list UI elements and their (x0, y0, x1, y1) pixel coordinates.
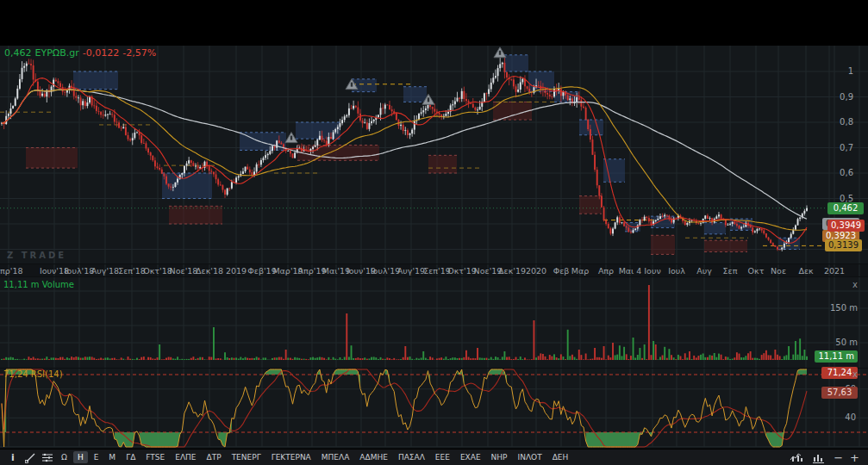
time-tick-label: Δεκ'19 (498, 266, 526, 276)
symbol-price-header: 0,462ΕΥΡΩΒ.gr-0,0122-2,57% (4, 47, 159, 59)
ticker-button-Μ[interactable]: Μ (104, 451, 120, 463)
volume-tick-label: 50 m (835, 338, 858, 347)
ticker-button-FTSE[interactable]: FTSE (141, 451, 169, 463)
ticker-button-ΕΛΠΕ[interactable]: ΕΛΠΕ (171, 451, 200, 463)
draw-line-icon[interactable] (22, 451, 38, 464)
time-tick-label: Σεπ'19 (423, 266, 451, 276)
zoom-in-button[interactable]: + (850, 452, 859, 463)
price-tick-label: 0,6 (840, 168, 853, 177)
ticker-button-ΙΝΛΟΤ[interactable]: ΙΝΛΟΤ (514, 451, 546, 463)
ticker-button-ΕΕΕ[interactable]: ΕΕΕ (431, 451, 454, 463)
ticker-button-ΝΗΡ[interactable]: ΝΗΡ (487, 451, 512, 463)
ticker-button-Ε[interactable]: Ε (90, 451, 103, 463)
price-tick-label: 0,9 (840, 92, 853, 102)
time-tick-label: 2020 (526, 266, 546, 276)
symbol-name: ΕΥΡΩΒ.gr (35, 47, 79, 59)
volume-tick-label: 150 m (830, 303, 858, 313)
watermark: Z TRADE (7, 251, 66, 260)
price-tick-label: 0,5 (840, 194, 853, 203)
ticker-button-ΔΤΡ[interactable]: ΔΤΡ (203, 451, 226, 463)
time-tick-label: Φεβ (553, 266, 570, 276)
ticker-button-ΑΔΜΗΕ[interactable]: ΑΔΜΗΕ (355, 451, 392, 463)
ticker-button-ΠΑΣΑΛ[interactable]: ΠΑΣΑΛ (394, 451, 429, 463)
last-price: 0,462 (4, 47, 32, 59)
ticker-button-ΕΧΑΕ[interactable]: ΕΧΑΕ (456, 451, 485, 463)
price-change-pct: -2,57% (122, 47, 156, 59)
time-tick-label: 2021 (824, 266, 845, 276)
chart-application: 0,462ΕΥΡΩΒ.gr-0,0122-2,57% Z TRADE 11,11… (0, 0, 868, 465)
last-price-badge: 0,462 (827, 202, 864, 214)
time-tick-label: Ιουλ'18 (65, 266, 94, 276)
time-tick-label: 2019 (226, 266, 247, 276)
time-tick-label: Απρ'18 (0, 266, 22, 276)
ticker-button-ΔΕΗ[interactable]: ΔΕΗ (548, 451, 573, 463)
price-tick-label: 0,8 (840, 117, 853, 127)
rsi-panel-close-button[interactable]: x (852, 369, 858, 379)
indicators-icon[interactable] (40, 451, 55, 464)
candlestick-chart-icon[interactable] (789, 451, 804, 464)
time-tick-label: Οκτ'18 (143, 266, 172, 276)
price-change: -0,0122 (83, 47, 119, 59)
chart-canvas[interactable] (0, 0, 868, 465)
price-tick-label: 1 (848, 66, 853, 76)
time-tick-label: Αυγ (696, 266, 712, 276)
time-tick-label: Ιουλ (668, 266, 685, 276)
time-tick-label: Ιουν (644, 266, 660, 276)
zoom-out-button[interactable]: − (834, 452, 843, 463)
time-tick-label: Οκτ'19 (447, 266, 477, 276)
time-tick-label: Μαι 4 (619, 266, 642, 276)
level-value-badge: 0,3139 (825, 239, 862, 251)
rsi-signal-value-badge: 57,63 (821, 387, 858, 399)
time-tick-label: Οκτ (748, 266, 765, 276)
ticker-button-Η[interactable]: Η (73, 451, 88, 463)
volume-panel-close-button[interactable]: x (852, 280, 858, 289)
time-tick-label: Δεκ'18 (196, 266, 223, 276)
ma-fast-value-badge: 0,3949 (827, 220, 865, 232)
info-icon[interactable]: i (5, 451, 21, 464)
time-tick-label: Αυγ'19 (397, 266, 425, 276)
time-tick-label: Σεπ (723, 266, 738, 276)
time-tick-label: Μαρ (571, 266, 590, 276)
time-tick-label: Νοε'18 (170, 266, 198, 276)
price-tick-label: 0,7 (840, 143, 853, 152)
time-tick-label: Δεκ (798, 266, 813, 276)
ticker-button-Ω[interactable]: Ω (57, 451, 72, 463)
time-tick-label: Νοε (771, 266, 786, 276)
time-tick-label: Αυγ'18 (91, 266, 119, 276)
time-tick-label: Σεπ'18 (118, 266, 146, 276)
ticker-button-ΜΠΕΛΑ[interactable]: ΜΠΕΛΑ (317, 451, 354, 463)
bottom-toolbar: i ΩΗΕΜΓΔFTSEΕΛΠΕΔΤΡΤΕΝΕΡΓΓΕΚΤΕΡΝΑΜΠΕΛΑΑΔ… (0, 449, 868, 465)
ticker-button-ΓΔ[interactable]: ΓΔ (122, 451, 140, 463)
ticker-button-ΤΕΝΕΡΓ[interactable]: ΤΕΝΕΡΓ (228, 451, 265, 463)
rsi-tick-label: 40 (845, 412, 856, 422)
volume-bars-icon[interactable] (811, 451, 827, 464)
time-tick-label: Απρ (598, 266, 614, 276)
ticker-button-ΓΕΚΤΕΡΝΑ[interactable]: ΓΕΚΤΕΡΝΑ (267, 451, 315, 463)
time-tick-label: Ιουλ'19 (371, 266, 400, 276)
rsi-label: 71,24 RSI(14) (3, 369, 63, 379)
volume-value-badge: 11,11 m (815, 350, 858, 363)
volume-label: 11,11 m Volume (3, 280, 74, 289)
